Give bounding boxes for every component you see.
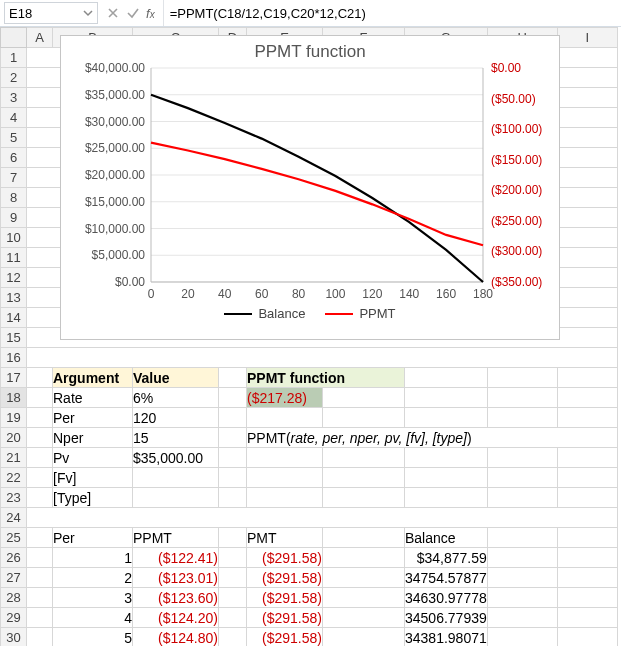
svg-text:$20,000.00: $20,000.00 — [85, 168, 145, 182]
ppmt-cell-title: PPMT function — [247, 368, 405, 388]
svg-text:($200.00): ($200.00) — [491, 183, 542, 197]
tbl-hdr-pmt: PMT — [247, 528, 323, 548]
svg-text:20: 20 — [181, 287, 195, 301]
svg-text:($250.00): ($250.00) — [491, 214, 542, 228]
svg-text:$35,000.00: $35,000.00 — [85, 88, 145, 102]
row-header[interactable]: 13 — [1, 288, 27, 308]
row-header[interactable]: 10 — [1, 228, 27, 248]
tbl-per: 2 — [53, 568, 133, 588]
svg-text:60: 60 — [255, 287, 269, 301]
svg-text:$40,000.00: $40,000.00 — [85, 62, 145, 75]
syntax-text: PPMT(rate, per, nper, pv, [fv], [type]) — [247, 428, 618, 448]
svg-text:140: 140 — [399, 287, 419, 301]
tbl-pmt: ($291.58) — [247, 568, 323, 588]
formula-bar-buttons: fx — [106, 6, 155, 21]
tbl-per: 3 — [53, 588, 133, 608]
svg-text:$10,000.00: $10,000.00 — [85, 222, 145, 236]
row-header[interactable]: 5 — [1, 128, 27, 148]
name-box-value: E18 — [9, 6, 83, 21]
tbl-hdr-ppmt: PPMT — [133, 528, 219, 548]
chart-legend: Balance PPMT — [61, 306, 559, 321]
row-header[interactable]: 14 — [1, 308, 27, 328]
svg-text:$30,000.00: $30,000.00 — [85, 115, 145, 129]
svg-text:($350.00): ($350.00) — [491, 275, 542, 289]
tbl-bal: 34381.98071 — [405, 628, 488, 647]
svg-text:($50.00): ($50.00) — [491, 92, 536, 106]
col-header-A[interactable]: A — [27, 28, 53, 48]
row-header[interactable]: 27 — [1, 568, 27, 588]
row-header[interactable]: 29 — [1, 608, 27, 628]
row-header[interactable]: 1 — [1, 48, 27, 68]
tbl-ppmt: ($122.41) — [133, 548, 219, 568]
chart-plot: $0.00$5,000.00$10,000.00$15,000.00$20,00… — [65, 62, 555, 310]
tbl-pmt: ($291.58) — [247, 588, 323, 608]
svg-text:$5,000.00: $5,000.00 — [92, 248, 146, 262]
row-header[interactable]: 2 — [1, 68, 27, 88]
tbl-pmt: ($291.58) — [247, 548, 323, 568]
row-header[interactable]: 20 — [1, 428, 27, 448]
row-header[interactable]: 26 — [1, 548, 27, 568]
row-header[interactable]: 7 — [1, 168, 27, 188]
tbl-ppmt: ($124.20) — [133, 608, 219, 628]
arg-val: 15 — [133, 428, 219, 448]
row-header[interactable]: 8 — [1, 188, 27, 208]
svg-text:100: 100 — [325, 287, 345, 301]
arg-val: 120 — [133, 408, 219, 428]
row-header[interactable]: 12 — [1, 268, 27, 288]
row-header[interactable]: 30 — [1, 628, 27, 647]
tbl-per: 4 — [53, 608, 133, 628]
chevron-down-icon — [83, 8, 93, 18]
row-header[interactable]: 22 — [1, 468, 27, 488]
fx-icon[interactable]: fx — [146, 6, 155, 21]
arg-name: [Fv] — [53, 468, 133, 488]
row-header-selected[interactable]: 18 — [1, 388, 27, 408]
arg-name: [Type] — [53, 488, 133, 508]
tbl-hdr-bal: Balance — [405, 528, 488, 548]
tbl-ppmt: ($124.80) — [133, 628, 219, 647]
row-header[interactable]: 3 — [1, 88, 27, 108]
arg-val — [133, 468, 219, 488]
tbl-bal: 34630.97778 — [405, 588, 488, 608]
row-header[interactable]: 21 — [1, 448, 27, 468]
svg-text:120: 120 — [362, 287, 382, 301]
enter-check-icon[interactable] — [126, 6, 140, 20]
svg-text:($100.00): ($100.00) — [491, 122, 542, 136]
svg-text:80: 80 — [292, 287, 306, 301]
select-all-corner[interactable] — [1, 28, 27, 48]
row-header[interactable]: 19 — [1, 408, 27, 428]
col-header-I[interactable]: I — [557, 28, 617, 48]
args-header-val: Value — [133, 368, 219, 388]
svg-text:0: 0 — [148, 287, 155, 301]
svg-text:$0.00: $0.00 — [115, 275, 145, 289]
svg-text:180: 180 — [473, 287, 493, 301]
row-header[interactable]: 4 — [1, 108, 27, 128]
row-header[interactable]: 17 — [1, 368, 27, 388]
formula-text: =PPMT(C18/12,C19,C20*12,C21) — [170, 6, 366, 21]
row-header[interactable]: 11 — [1, 248, 27, 268]
args-header-arg: Argument — [53, 368, 133, 388]
tbl-bal: $34,877.59 — [405, 548, 488, 568]
svg-text:($300.00): ($300.00) — [491, 244, 542, 258]
arg-name: Per — [53, 408, 133, 428]
name-box[interactable]: E18 — [4, 2, 98, 24]
selected-cell-E18[interactable]: ($217.28) — [247, 388, 323, 408]
row-header[interactable]: 24 — [1, 508, 27, 528]
svg-text:40: 40 — [218, 287, 232, 301]
row-header[interactable]: 25 — [1, 528, 27, 548]
formula-input[interactable]: =PPMT(C18/12,C19,C20*12,C21) — [163, 0, 621, 26]
arg-name: Nper — [53, 428, 133, 448]
row-header[interactable]: 28 — [1, 588, 27, 608]
formula-bar: E18 fx =PPMT(C18/12,C19,C20*12,C21) — [0, 0, 621, 27]
chart-title: PPMT function — [61, 42, 559, 62]
row-header[interactable]: 16 — [1, 348, 27, 368]
row-header[interactable]: 9 — [1, 208, 27, 228]
tbl-pmt: ($291.58) — [247, 628, 323, 647]
row-header[interactable]: 6 — [1, 148, 27, 168]
row-header[interactable]: 15 — [1, 328, 27, 348]
row-header[interactable]: 23 — [1, 488, 27, 508]
chart[interactable]: PPMT function $0.00$5,000.00$10,000.00$1… — [60, 35, 560, 340]
cancel-icon[interactable] — [106, 6, 120, 20]
tbl-hdr-per: Per — [53, 528, 133, 548]
tbl-bal: 34754.57877 — [405, 568, 488, 588]
arg-val: 6% — [133, 388, 219, 408]
